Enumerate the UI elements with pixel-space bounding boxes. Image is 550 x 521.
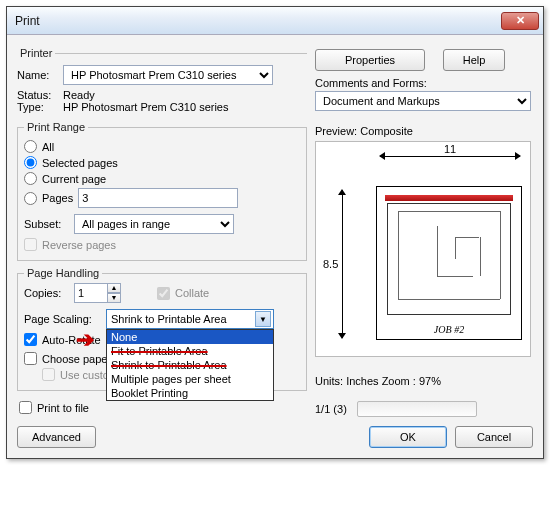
ok-button[interactable]: OK	[369, 426, 447, 448]
copies-label: Copies:	[24, 287, 68, 299]
scaling-selected: Shrink to Printable Area	[111, 313, 227, 325]
scaling-option-none[interactable]: None	[107, 330, 273, 344]
scaling-option-multi[interactable]: Multiple pages per sheet	[107, 372, 273, 386]
spin-down-icon[interactable]: ▼	[107, 293, 121, 303]
copies-input[interactable]	[74, 283, 108, 303]
subset-select[interactable]: All pages in range	[74, 214, 234, 234]
scaling-options-list: None Fit to Printable Area Shrink to Pri…	[106, 329, 274, 401]
print-dialog: Print ✕ Printer Name: HP Photosmart Prem…	[6, 6, 544, 459]
page-handling-group: Page Handling Copies: ▲▼ Collate Page Sc…	[17, 267, 307, 391]
printer-group: Printer Name: HP Photosmart Prem C310 se…	[17, 47, 307, 115]
comments-select[interactable]: Document and Markups	[315, 91, 531, 111]
units-zoom-label: Units: Inches Zoom : 97%	[315, 375, 533, 387]
close-icon: ✕	[516, 14, 525, 27]
titlebar: Print ✕	[7, 7, 543, 35]
page-position: 1/1 (3)	[315, 403, 347, 415]
scaling-label: Page Scaling:	[24, 313, 100, 325]
print-range-group: Print Range All Selected pages Current p…	[17, 121, 307, 261]
print-to-file-checkbox[interactable]	[19, 401, 32, 414]
page-slider[interactable]	[357, 401, 477, 417]
reverse-checkbox	[24, 238, 37, 251]
preview-drawing	[383, 193, 515, 319]
dialog-title: Print	[15, 14, 40, 28]
preview-job-label: JOB #2	[377, 324, 521, 335]
advanced-button[interactable]: Advanced	[17, 426, 96, 448]
range-all-label: All	[42, 141, 54, 153]
spin-up-icon[interactable]: ▲	[107, 283, 121, 293]
printer-name-select[interactable]: HP Photosmart Prem C310 series	[63, 65, 273, 85]
print-to-file-label: Print to file	[37, 402, 89, 414]
status-label: Status:	[17, 89, 57, 101]
name-label: Name:	[17, 69, 57, 81]
copies-spinner[interactable]: ▲▼	[74, 283, 121, 303]
type-value: HP Photosmart Prem C310 series	[63, 101, 228, 113]
choose-paper-label: Choose pape	[42, 353, 107, 365]
autorotate-label: Auto-Rotate	[42, 334, 101, 346]
scaling-option-fit[interactable]: Fit to Printable Area	[107, 344, 273, 358]
range-all-radio[interactable]	[24, 140, 37, 153]
status-value: Ready	[63, 89, 95, 101]
collate-label: Collate	[175, 287, 209, 299]
subset-label: Subset:	[24, 218, 68, 230]
close-button[interactable]: ✕	[501, 12, 539, 30]
autorotate-checkbox[interactable]	[24, 333, 37, 346]
scaling-option-shrink[interactable]: Shrink to Printable Area	[107, 358, 273, 372]
preview-area: 11 8.5	[315, 141, 531, 357]
preview-label: Preview: Composite	[315, 125, 533, 137]
range-selected-radio[interactable]	[24, 156, 37, 169]
print-range-legend: Print Range	[24, 121, 88, 133]
collate-checkbox	[157, 287, 170, 300]
range-pages-radio[interactable]	[24, 192, 37, 205]
page-handling-legend: Page Handling	[24, 267, 102, 279]
preview-width: 11	[441, 143, 459, 155]
properties-button[interactable]: Properties	[315, 49, 425, 71]
type-label: Type:	[17, 101, 57, 113]
custom-paper-checkbox	[42, 368, 55, 381]
cancel-button[interactable]: Cancel	[455, 426, 533, 448]
comments-label: Comments and Forms:	[315, 77, 533, 89]
range-selected-label: Selected pages	[42, 157, 118, 169]
page-scaling-dropdown[interactable]: ➔ Shrink to Printable Area ▼ None Fit to…	[106, 309, 274, 329]
printer-legend: Printer	[17, 47, 55, 59]
pages-input[interactable]	[78, 188, 238, 208]
preview-height: 8.5	[323, 258, 338, 270]
range-current-label: Current page	[42, 173, 106, 185]
chevron-down-icon: ▼	[255, 311, 271, 327]
choose-paper-checkbox[interactable]	[24, 352, 37, 365]
help-button[interactable]: Help	[443, 49, 505, 71]
reverse-label: Reverse pages	[42, 239, 116, 251]
scaling-option-booklet[interactable]: Booklet Printing	[107, 386, 273, 400]
range-current-radio[interactable]	[24, 172, 37, 185]
range-pages-label: Pages	[42, 192, 73, 204]
